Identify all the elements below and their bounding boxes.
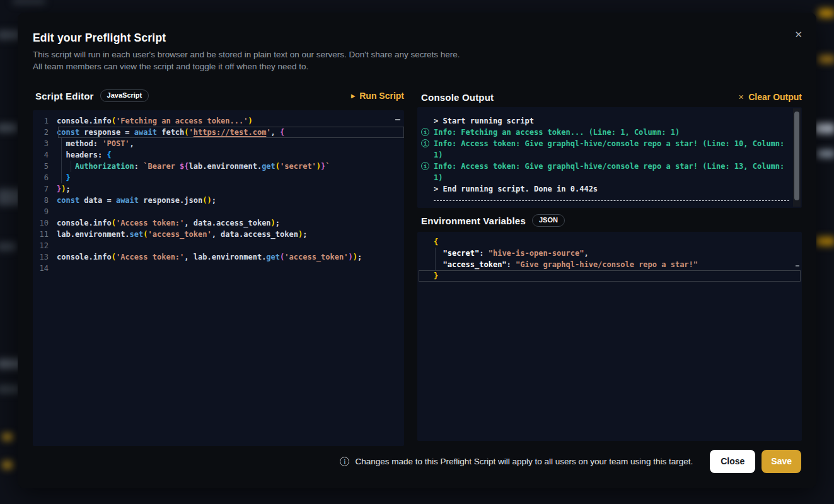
code-token: : xyxy=(479,249,488,258)
code-token: 'Fetching an access token...' xyxy=(116,117,248,125)
code-token: ${ xyxy=(180,162,188,171)
code-line[interactable]: } xyxy=(417,270,802,282)
code-line[interactable]: 8const data = await response.json(); xyxy=(33,195,404,206)
line-number: 9 xyxy=(33,206,57,217)
code-token: ( xyxy=(275,162,280,171)
info-icon: i xyxy=(421,128,429,136)
info-icon: i xyxy=(421,162,429,170)
line-number: 14 xyxy=(33,263,57,274)
console-entry: > Start running script xyxy=(417,115,802,127)
code-token: response.json xyxy=(139,196,202,205)
code-line[interactable]: 6 } xyxy=(33,172,404,183)
code-token: , lab.environment. xyxy=(184,253,266,261)
indent-guide xyxy=(435,248,436,259)
clear-output-label: Clear Output xyxy=(748,92,802,102)
footer-note: Changes made to this Preflight Script wi… xyxy=(355,457,693,466)
code-token: } xyxy=(66,173,70,182)
code-token: "secret" xyxy=(443,249,479,258)
console-entry-text: > End running script. Done in 0.442s xyxy=(434,183,789,195)
modal-footer: i Changes made to this Preflight Script … xyxy=(33,447,801,475)
line-number: 7 xyxy=(33,183,57,195)
code-token: 'Access token:' xyxy=(116,253,184,261)
environment-variables-header: Environment Variables JSON xyxy=(417,213,802,228)
environment-variables-label: Environment Variables xyxy=(421,215,526,226)
script-editor-panel[interactable]: 1console.info('Fetching an access token.… xyxy=(33,110,404,446)
code-token: lab.environment. xyxy=(57,230,130,239)
code-line[interactable]: 14 xyxy=(33,263,404,274)
console-scrollbar[interactable] xyxy=(793,108,801,207)
console-entry: iInfo: Access token: Give graphql-hive/c… xyxy=(417,138,802,161)
play-icon: ▶ xyxy=(351,93,355,99)
console-scrollbar-thumb[interactable] xyxy=(794,112,799,200)
code-token: ( xyxy=(112,117,116,125)
run-script-button[interactable]: ▶ Run Script xyxy=(351,91,404,101)
script-editor-label: Script Editor xyxy=(35,91,94,101)
line-number: 5 xyxy=(33,161,57,172)
console-entry-icon-cell: i xyxy=(421,127,434,138)
code-token: response = xyxy=(79,128,134,137)
close-icon[interactable]: ✕ xyxy=(791,26,806,43)
code-token: ; xyxy=(66,185,70,193)
indent-guide xyxy=(71,161,71,172)
console-separator xyxy=(434,200,789,201)
preflight-script-modal: Edit your Preflight Script This script w… xyxy=(18,13,816,488)
console-output-header: Console Output ✕ Clear Output xyxy=(417,89,802,105)
code-token: ( xyxy=(143,230,148,239)
console-entry-text: Info: Access token: Give graphql-hive/co… xyxy=(434,138,789,161)
code-token: ; xyxy=(357,253,362,261)
code-token: set xyxy=(130,230,144,239)
code-line[interactable]: 5 Authorization: `Bearer ${lab.environme… xyxy=(33,161,404,172)
code-token: ( xyxy=(184,128,188,137)
code-line[interactable]: 4 headers: { xyxy=(33,149,404,161)
code-token: const xyxy=(57,128,79,137)
code-line[interactable]: 3 method: 'POST', xyxy=(33,138,404,149)
code-line[interactable]: 13console.info('Access token:', lab.envi… xyxy=(33,251,404,263)
code-line[interactable]: 1console.info('Fetching an access token.… xyxy=(33,115,404,127)
code-token: "hive-is-open-source" xyxy=(489,249,584,258)
code-token: 'Access token:' xyxy=(116,219,184,227)
line-number: 11 xyxy=(33,229,57,240)
code-line[interactable]: 11lab.environment.set('access_token', da… xyxy=(33,229,404,240)
code-token: } xyxy=(434,272,438,280)
code-line[interactable]: 2const response = await fetch('https://t… xyxy=(33,127,404,138)
indent-guide xyxy=(435,259,436,270)
code-token: ) xyxy=(207,196,211,205)
console-entry: > End running script. Done in 0.442s xyxy=(417,183,802,195)
indent-guide xyxy=(61,138,62,149)
console-entry-icon-cell xyxy=(421,183,434,195)
indent-guide xyxy=(61,161,62,172)
code-token: console.info xyxy=(57,219,112,227)
code-token: 'secret' xyxy=(280,162,316,171)
close-button[interactable]: Close xyxy=(710,450,755,473)
indent-guide xyxy=(61,172,62,183)
code-token: 'POST' xyxy=(102,139,129,148)
code-line[interactable]: 12 xyxy=(33,240,404,251)
code-token: , data.access_token xyxy=(184,219,270,227)
line-number: 2 xyxy=(33,127,57,138)
line-number: 6 xyxy=(33,172,57,183)
clear-output-button[interactable]: ✕ Clear Output xyxy=(738,92,802,102)
code-token: await xyxy=(134,128,157,137)
code-token: ' xyxy=(266,128,270,137)
code-line[interactable]: 10console.info('Access token:', data.acc… xyxy=(33,217,404,229)
modal-description: This script will run in each user's brow… xyxy=(33,49,460,72)
code-line[interactable]: "secret": "hive-is-open-source", xyxy=(417,248,802,259)
save-button[interactable]: Save xyxy=(762,450,801,473)
console-entry: iInfo: Fetching an access token... (Line… xyxy=(417,127,802,138)
console-entry-text: Info: Fetching an access token... (Line:… xyxy=(434,127,789,138)
code-token: , data.access_token xyxy=(212,230,298,239)
code-token: fetch xyxy=(157,128,184,137)
info-icon: i xyxy=(421,139,429,147)
environment-variables-panel[interactable]: { "secret": "hive-is-open-source", "acce… xyxy=(417,232,802,441)
line-number: 13 xyxy=(33,251,57,263)
code-line[interactable]: 9 xyxy=(33,206,404,217)
json-badge: JSON xyxy=(532,214,565,227)
line-number: 4 xyxy=(33,149,57,161)
code-line[interactable]: { xyxy=(417,236,802,248)
console-entry-icon-cell: i xyxy=(421,161,434,183)
code-line[interactable]: 7}); xyxy=(33,183,404,195)
code-token: ( xyxy=(112,219,116,227)
console-entry-text: > Start running script xyxy=(434,115,789,127)
console-output-label: Console Output xyxy=(421,92,494,103)
code-line[interactable]: "access_token": "Give graphql-hive/conso… xyxy=(417,259,802,270)
